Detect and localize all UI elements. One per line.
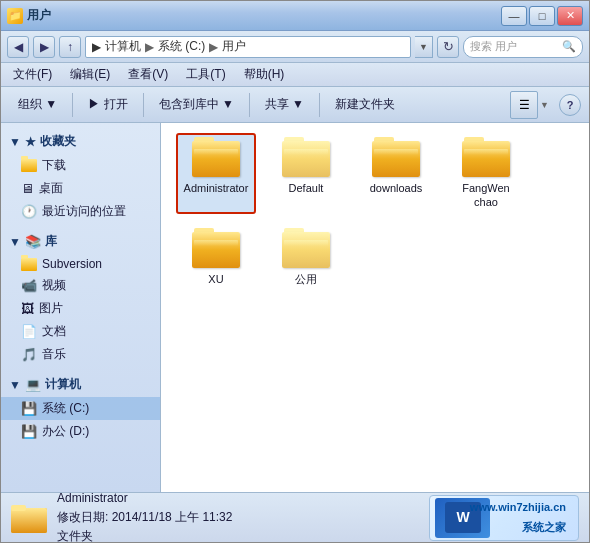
sidebar-item-download[interactable]: 下载 [1, 154, 160, 177]
sidebar-item-desktop[interactable]: 🖥 桌面 [1, 177, 160, 200]
sidebar-item-subversion[interactable]: Subversion [1, 254, 160, 274]
star-icon: ★ [25, 135, 36, 149]
administrator-folder-icon [192, 137, 240, 177]
sidebar: ▼ ★ 收藏夹 下载 🖥 桌面 🕐 最近访问的位置 ▼ 📚 库 [1, 123, 161, 492]
folder-stripe [284, 149, 328, 155]
sidebar-item-pictures[interactable]: 🖼 图片 [1, 297, 160, 320]
menu-edit[interactable]: 编辑(E) [66, 64, 114, 85]
sidebar-library-header[interactable]: ▼ 📚 库 [1, 229, 160, 254]
folder-body [462, 141, 510, 177]
toolbar: 组织 ▼ ▶ 打开 包含到库中 ▼ 共享 ▼ 新建文件夹 ☰ ▼ ? [1, 87, 589, 123]
toolbar-divider-4 [319, 93, 320, 117]
folder-stripe [464, 149, 508, 155]
folder-stripe [194, 149, 238, 155]
d-drive-label: 办公 (D:) [42, 423, 89, 440]
arrow-down-icon: ▼ [9, 135, 21, 149]
close-button[interactable]: ✕ [557, 6, 583, 26]
sidebar-item-c-drive[interactable]: 💾 系统 (C:) [1, 397, 160, 420]
title-bar: 📁 用户 — □ ✕ [1, 1, 589, 31]
sidebar-item-d-drive[interactable]: 💾 办公 (D:) [1, 420, 160, 443]
status-name: Administrator [57, 489, 232, 508]
menu-file[interactable]: 文件(F) [9, 64, 56, 85]
path-part-1: ▶ [92, 40, 101, 54]
pictures-label: 图片 [39, 300, 63, 317]
address-bar: ◀ ▶ ↑ ▶ 计算机 ▶ 系统 (C:) ▶ 用户 ▼ ↻ 搜索 用户 🔍 [1, 31, 589, 63]
library-label: 库 [45, 233, 57, 250]
address-path[interactable]: ▶ 计算机 ▶ 系统 (C:) ▶ 用户 [85, 36, 411, 58]
library-icon: 📚 [25, 234, 41, 249]
forward-button[interactable]: ▶ [33, 36, 55, 58]
maximize-button[interactable]: □ [529, 6, 555, 26]
sidebar-item-video[interactable]: 📹 视频 [1, 274, 160, 297]
organize-button[interactable]: 组织 ▼ [9, 91, 66, 119]
sidebar-computer-header[interactable]: ▼ 💻 计算机 [1, 372, 160, 397]
view-toggle-button[interactable]: ☰ [510, 91, 538, 119]
status-bar: Administrator 修改日期: 2014/11/18 上午 11:32 … [1, 492, 589, 542]
menu-view[interactable]: 查看(V) [124, 64, 172, 85]
status-text: Administrator 修改日期: 2014/11/18 上午 11:32 … [57, 489, 232, 543]
search-icon: 🔍 [562, 40, 576, 53]
pictures-icon: 🖼 [21, 301, 34, 316]
fangwenchao-folder-icon [462, 137, 510, 177]
download-label: 下载 [42, 157, 66, 174]
sidebar-item-recent[interactable]: 🕐 最近访问的位置 [1, 200, 160, 223]
path-drive: 系统 (C:) [158, 38, 205, 55]
menu-help[interactable]: 帮助(H) [240, 64, 289, 85]
search-placeholder: 搜索 用户 [470, 39, 517, 54]
view-dropdown[interactable]: ▼ [540, 100, 549, 110]
window-title: 用户 [27, 7, 51, 24]
window-icon: 📁 [7, 8, 23, 24]
path-sep-2: ▶ [209, 40, 218, 54]
folder-item-downloads[interactable]: downloads [356, 133, 436, 214]
favorites-label: 收藏夹 [40, 133, 76, 150]
subversion-folder-icon [21, 258, 37, 271]
svg-rect-1 [11, 508, 47, 533]
music-icon: 🎵 [21, 347, 37, 362]
menu-bar: 文件(F) 编辑(E) 查看(V) 工具(T) 帮助(H) [1, 63, 589, 87]
back-button[interactable]: ◀ [7, 36, 29, 58]
folder-stripe [284, 240, 328, 246]
subversion-label: Subversion [42, 257, 102, 271]
include-button[interactable]: 包含到库中 ▼ [150, 91, 243, 119]
new-folder-button[interactable]: 新建文件夹 [326, 91, 404, 119]
c-drive-icon: 💾 [21, 401, 37, 416]
folder-body [282, 232, 330, 268]
toolbar-divider-2 [143, 93, 144, 117]
folder-item-administrator[interactable]: Administrator [176, 133, 256, 214]
sidebar-item-music[interactable]: 🎵 音乐 [1, 343, 160, 366]
sidebar-favorites-header[interactable]: ▼ ★ 收藏夹 [1, 129, 160, 154]
folder-body [282, 141, 330, 177]
up-button[interactable]: ↑ [59, 36, 81, 58]
content-scroll[interactable]: Administrator Default [161, 123, 589, 492]
downloads-label: downloads [370, 181, 423, 195]
menu-tools[interactable]: 工具(T) [182, 64, 229, 85]
c-drive-label: 系统 (C:) [42, 400, 89, 417]
gongyong-folder-icon [282, 228, 330, 268]
docs-label: 文档 [42, 323, 66, 340]
folder-item-xu[interactable]: XU [176, 224, 256, 290]
title-bar-left: 📁 用户 [7, 7, 51, 24]
refresh-button[interactable]: ↻ [437, 36, 459, 58]
open-button[interactable]: ▶ 打开 [79, 91, 136, 119]
toolbar-divider-1 [72, 93, 73, 117]
folder-item-gongyong[interactable]: 公用 [266, 224, 346, 290]
folder-item-default[interactable]: Default [266, 133, 346, 214]
address-dropdown[interactable]: ▼ [415, 36, 433, 58]
help-button[interactable]: ? [559, 94, 581, 116]
watermark: W www.win7zhijia.cn 系统之家 [429, 495, 579, 541]
search-box[interactable]: 搜索 用户 🔍 [463, 36, 583, 58]
recent-icon: 🕐 [21, 204, 37, 219]
watermark-url: www.win7zhijia.cn [464, 498, 572, 517]
minimize-button[interactable]: — [501, 6, 527, 26]
folder-stripe [194, 240, 238, 246]
video-icon: 📹 [21, 278, 37, 293]
sidebar-item-docs[interactable]: 📄 文档 [1, 320, 160, 343]
arrow-down-icon-3: ▼ [9, 378, 21, 392]
music-label: 音乐 [42, 346, 66, 363]
gongyong-label: 公用 [295, 272, 317, 286]
folder-stripe [374, 149, 418, 155]
administrator-label: Administrator [184, 181, 249, 195]
share-button[interactable]: 共享 ▼ [256, 91, 313, 119]
path-sep-1: ▶ [145, 40, 154, 54]
folder-item-fangwenchao[interactable]: FangWen chao [446, 133, 526, 214]
